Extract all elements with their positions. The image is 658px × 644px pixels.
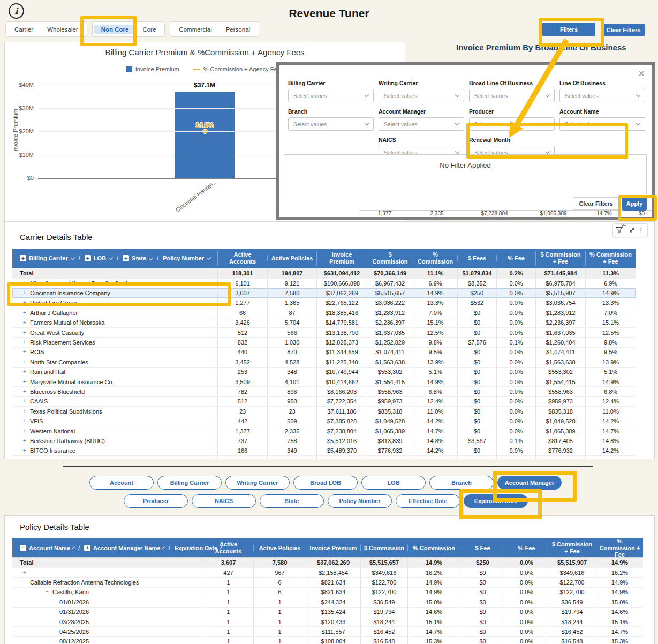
dimension-button-writing-carrier[interactable]: Writing Carrier bbox=[225, 476, 290, 490]
filter-select-producer[interactable]: Select values bbox=[469, 117, 555, 131]
group-account-manager-name[interactable]: Account Manager Name bbox=[93, 545, 160, 551]
expand-icon[interactable]: + bbox=[22, 281, 27, 286]
table-row[interactable]: +Cincinnati Insurance Company3,6077,580$… bbox=[12, 288, 636, 298]
expand-all-lob-icon[interactable]: + bbox=[85, 255, 91, 261]
col-active-policies[interactable]: Active Policies bbox=[267, 255, 316, 262]
dimension-button-billing-carrier[interactable]: Billing Carrier bbox=[157, 476, 222, 490]
col-active-accounts[interactable]: Active Accounts bbox=[203, 541, 253, 555]
expand-icon[interactable]: + bbox=[22, 300, 27, 305]
table-row[interactable]: −Castillo, Karin16$821,634$122,70014.9%$… bbox=[12, 588, 643, 597]
invoice-premium-bar[interactable] bbox=[175, 92, 235, 178]
col-active-accounts[interactable]: Active Accounts bbox=[217, 251, 267, 265]
table-row[interactable]: −Callable Refraction Antenna Technologie… bbox=[12, 578, 643, 587]
tab-commercial[interactable]: Commercial bbox=[172, 25, 218, 34]
table-row[interactable]: +Western National1,3772,335$7,238,804$1,… bbox=[12, 426, 636, 436]
dimension-button-state[interactable]: State bbox=[260, 494, 324, 508]
table-row[interactable]: +Bluecross Blueshield782896$8,166,203$55… bbox=[12, 387, 636, 396]
dimension-button-policy-number[interactable]: Policy Number bbox=[328, 494, 392, 508]
expand-icon[interactable]: + bbox=[22, 310, 27, 316]
group-policy-number[interactable]: Policy Number bbox=[163, 255, 204, 261]
table-row[interactable]: +United Fire Group1,2771,365$22,765,122$… bbox=[12, 298, 636, 308]
filter-select-account-name[interactable]: Select values bbox=[559, 117, 645, 131]
filter-icon[interactable]: 9+ bbox=[616, 227, 626, 234]
col-pct-commission-plus-fee[interactable]: % Commission + Fee bbox=[585, 251, 636, 265]
expand-icon[interactable]: + bbox=[22, 389, 27, 394]
table-row[interactable]: +Miscellaneous Life and Benefits Carrier… bbox=[12, 279, 636, 288]
expand-icon[interactable]: + bbox=[22, 418, 27, 424]
col-dollar-commission[interactable]: $ Commission bbox=[367, 251, 413, 265]
table-row[interactable]: +Farmers Mutual of Nebraska3,4265,704$14… bbox=[12, 318, 636, 328]
col-invoice-premium[interactable]: Invoice Premium bbox=[316, 251, 367, 265]
col-pct-fee[interactable]: % Fee bbox=[505, 545, 548, 552]
table-row[interactable]: 04/25/202611$111,557$16,45214.7%$00.0%$1… bbox=[12, 627, 643, 636]
col-pct-commission-plus-fee[interactable]: % Commission + Fee bbox=[596, 538, 643, 558]
group-state[interactable]: State bbox=[132, 255, 146, 261]
dimension-button-broad-lob[interactable]: Broad LOB bbox=[293, 476, 358, 490]
collapse-icon[interactable]: − bbox=[22, 580, 27, 585]
expand-icon[interactable]: + bbox=[22, 409, 27, 414]
table-row[interactable]: +CAAIS512950$7,722,354$959,97312.4%$00.0… bbox=[12, 397, 636, 407]
col-dollar-fee[interactable]: $ Fee bbox=[460, 545, 505, 552]
table-row[interactable]: +North Star Companies3,4524,528$11,225,3… bbox=[12, 357, 636, 367]
table-row[interactable]: +Berkshire Hathaway (BHHC)737758$5,512,0… bbox=[12, 436, 636, 446]
tab-non-core[interactable]: Non Core bbox=[94, 25, 136, 34]
tab-carrier[interactable]: Carrier bbox=[7, 25, 40, 34]
table-row[interactable]: Total3,6077,580$37,062,269$5,515,65714.9… bbox=[12, 558, 643, 568]
dimension-button-account[interactable]: Account bbox=[89, 476, 154, 490]
table-row[interactable]: +427967$2,158,454$349,61616.2%$00.0%$349… bbox=[12, 568, 643, 578]
expand-icon[interactable]: + bbox=[22, 438, 27, 444]
expand-icon[interactable]: + bbox=[22, 320, 27, 325]
dimension-button-account-manager[interactable]: Account Manager bbox=[497, 476, 562, 490]
tab-personal[interactable]: Personal bbox=[219, 25, 257, 34]
chevron-down-icon[interactable] bbox=[72, 546, 75, 549]
dimension-button-branch[interactable]: Branch bbox=[429, 476, 494, 490]
expand-icon[interactable]: + bbox=[22, 429, 27, 434]
col-commission-plus-fee[interactable]: $ Commission + Fee bbox=[548, 541, 596, 555]
chevron-down-icon[interactable] bbox=[162, 546, 165, 549]
dimension-button-expiration-date[interactable]: Expiration Date bbox=[464, 494, 528, 508]
col-dollar-commission[interactable]: $ Commission bbox=[360, 545, 407, 552]
filter-select-line-of-business[interactable]: Select values bbox=[559, 89, 645, 102]
table-row[interactable]: +Rain and Hail253348$10,749,944$553,3025… bbox=[12, 368, 636, 377]
legend-item-invoice-premium[interactable]: Invoice Premium bbox=[126, 66, 179, 72]
group-lob[interactable]: LOB bbox=[94, 255, 106, 261]
filter-select-billing-carrier[interactable]: Select values bbox=[288, 89, 374, 102]
dialog-clear-filters-button[interactable]: Clear Filters bbox=[573, 197, 619, 210]
filter-select-branch[interactable]: Select values bbox=[288, 117, 374, 131]
dimension-button-effective-date[interactable]: Effective Date bbox=[396, 494, 460, 508]
table-row[interactable]: +VFIS442509$7,385,828$1,049,52814.2%$00.… bbox=[12, 416, 636, 426]
table-row[interactable]: +Hochheim Insurance Co1,5523,040$5,479,8… bbox=[12, 456, 636, 459]
table-row[interactable]: Total118,301194,807$631,094,412$70,366,1… bbox=[12, 268, 636, 279]
col-active-policies[interactable]: Active Policies bbox=[253, 545, 306, 552]
expand-icon[interactable]: + bbox=[22, 349, 27, 355]
chevron-down-icon[interactable] bbox=[149, 256, 153, 260]
table-row[interactable]: +BITCO Insurance166349$5,489,370$776,932… bbox=[12, 446, 636, 456]
expand-icon[interactable]: + bbox=[22, 369, 27, 375]
table-row[interactable]: 01/01/202611$244,324$36,54915.0%$00.0%$3… bbox=[12, 597, 643, 607]
expand-all-billing-carrier-icon[interactable]: + bbox=[20, 255, 26, 261]
expand-icon[interactable]: + bbox=[22, 330, 27, 335]
close-icon[interactable]: × bbox=[638, 68, 645, 79]
col-pct-commission[interactable]: % Commission bbox=[407, 545, 460, 552]
chevron-down-icon[interactable] bbox=[71, 256, 75, 260]
expand-account-manager-icon[interactable]: + bbox=[84, 545, 90, 551]
collapse-account-name-icon[interactable]: − bbox=[20, 545, 26, 551]
table-row[interactable]: +Great West Casualty512566$13,138,700$1,… bbox=[12, 328, 636, 338]
expand-icon[interactable]: + bbox=[22, 340, 27, 345]
filter-select-writing-carrier[interactable]: Select values bbox=[379, 89, 464, 102]
collapse-icon[interactable]: − bbox=[44, 589, 50, 595]
dimension-button-producer[interactable]: Producer bbox=[124, 494, 188, 508]
table-row[interactable]: 08/12/202511$108,004$16,54815.3%$00.0%$1… bbox=[12, 637, 643, 644]
col-pct-commission[interactable]: % Commission bbox=[413, 251, 457, 265]
apply-button[interactable]: Apply bbox=[622, 197, 647, 211]
table-row[interactable]: 03/28/202511$120,433$18,24415.1%$00.0%$1… bbox=[12, 617, 643, 627]
expand-icon[interactable]: + bbox=[22, 290, 27, 296]
expand-icon[interactable]: + bbox=[22, 570, 27, 575]
table-row[interactable]: +Risk Placement Services8321,030$12,825,… bbox=[12, 338, 636, 347]
table-row[interactable]: +Texas Political Subdivisions2323$7,611,… bbox=[12, 407, 636, 416]
expand-view-icon[interactable] bbox=[629, 226, 635, 235]
tab-wholesaler[interactable]: Wholesaler bbox=[40, 25, 85, 34]
kebab-menu-icon[interactable]: ⋮ bbox=[638, 227, 645, 234]
dimension-button-naics[interactable]: NAICS bbox=[192, 494, 256, 508]
chevron-down-icon[interactable] bbox=[207, 256, 211, 260]
